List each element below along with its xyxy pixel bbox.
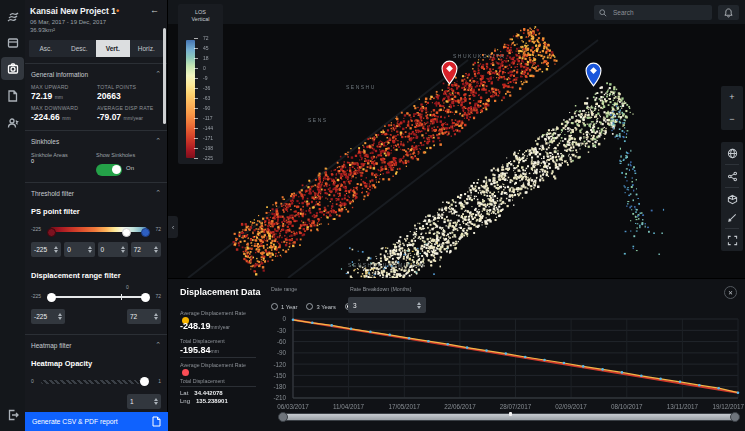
range-handle-max[interactable] xyxy=(141,293,150,302)
chevron-up-icon[interactable]: ⌃ xyxy=(155,137,161,145)
search-input[interactable] xyxy=(611,8,701,17)
displacement-chart[interactable]: 0-30-60-90-120-150-180-21006/03/201711/0… xyxy=(168,279,745,431)
satellite-view-icon[interactable] xyxy=(1,57,24,80)
search-icon xyxy=(599,9,607,17)
chevron-up-icon[interactable]: ⌃ xyxy=(155,189,161,197)
legend-tick: -63 xyxy=(203,96,213,101)
stepper-icon[interactable] xyxy=(121,246,125,253)
svg-text:-210: -210 xyxy=(273,394,286,401)
globe-icon[interactable] xyxy=(721,142,743,164)
map-place-label: SENSHUKUKOMINAMI xyxy=(348,262,425,268)
time-slider-handle-left[interactable] xyxy=(278,412,288,422)
slider-min-label: -225 xyxy=(31,226,41,232)
legend-tick: -198 xyxy=(203,146,213,151)
legend-tick: 18 xyxy=(203,56,213,61)
svg-text:06/03/2017: 06/03/2017 xyxy=(277,403,309,410)
opacity-slider-track[interactable] xyxy=(41,380,147,384)
ps-slider-handle-min[interactable] xyxy=(47,228,56,237)
share-icon[interactable] xyxy=(721,165,743,187)
zoom-tools: + − xyxy=(721,86,743,130)
threshold-input-2[interactable]: 0 xyxy=(64,242,94,257)
map-pin-red[interactable] xyxy=(441,60,458,85)
modified-dot: • xyxy=(116,6,119,16)
legend-tick: -117 xyxy=(203,116,213,121)
general-stats: MAX UPWARD72.19 mm TOTAL POINTS20663 MAX… xyxy=(25,80,167,124)
stepper-icon[interactable] xyxy=(88,246,92,253)
heatmap-opacity-title: Heatmap Opacity xyxy=(25,351,167,368)
project-date-range: 06 Mar, 2017 - 19 Dec, 2017 xyxy=(25,16,167,25)
threshold-input-3[interactable]: 0 xyxy=(98,242,128,257)
time-slider-handle-right[interactable] xyxy=(730,412,740,422)
stepper-icon[interactable] xyxy=(54,246,58,253)
tab-desc[interactable]: Desc. xyxy=(63,40,97,57)
stepper-icon[interactable] xyxy=(154,246,158,253)
generate-report-button[interactable]: Generate CSV & PDF report xyxy=(25,412,168,431)
map-place-label: SENSHU xyxy=(346,84,376,90)
show-sinkholes-toggle[interactable] xyxy=(96,164,122,176)
range-handle-min[interactable] xyxy=(47,293,56,302)
project-area: 36.93km² xyxy=(25,25,167,33)
chevron-up-icon[interactable]: ⌃ xyxy=(155,70,161,78)
stat-label: TOTAL POINTS xyxy=(97,84,161,90)
nav-rail xyxy=(0,0,25,431)
logout-icon[interactable] xyxy=(1,403,24,426)
map-place-label: SENS xyxy=(308,117,328,123)
tab-asc[interactable]: Asc. xyxy=(29,40,63,57)
svg-text:19/12/2017: 19/12/2017 xyxy=(712,403,744,410)
chevron-up-icon[interactable]: ⌃ xyxy=(155,341,161,349)
range-slider-track[interactable] xyxy=(50,296,147,298)
section-label: Heatmap filter xyxy=(31,342,71,349)
time-range-slider[interactable] xyxy=(278,412,740,422)
tab-horiz[interactable]: Horiz. xyxy=(130,40,164,57)
slider-min-label: 0 xyxy=(31,378,34,384)
section-general-information[interactable]: General information ⌃ xyxy=(25,64,167,80)
threshold-input-1[interactable]: -225 xyxy=(31,242,61,257)
ps-slider-track[interactable] xyxy=(50,227,147,232)
legend-tick: -171 xyxy=(203,136,213,141)
zoom-out-button[interactable]: − xyxy=(721,108,743,130)
notifications-button[interactable] xyxy=(718,5,739,20)
svg-text:-60: -60 xyxy=(277,338,287,345)
stepper-icon[interactable] xyxy=(154,398,158,405)
svg-text:0: 0 xyxy=(282,315,286,322)
back-arrow-icon[interactable]: ← xyxy=(150,5,159,15)
projects-icon[interactable] xyxy=(1,31,24,54)
range-input-min[interactable]: -225 xyxy=(31,309,65,324)
stat-value: -79.07 mm/year xyxy=(97,112,161,122)
opacity-handle[interactable] xyxy=(140,377,149,386)
section-sinkholes[interactable]: Sinkholes ⌃ xyxy=(25,131,167,147)
panel-scrollbar[interactable] xyxy=(163,28,166,124)
map-pin-blue[interactable] xyxy=(585,62,602,87)
logo-waves-icon[interactable] xyxy=(1,5,24,28)
document-icon[interactable] xyxy=(1,84,24,107)
app-window: Kansai New Project 1• ← 06 Mar, 2017 - 1… xyxy=(0,0,745,431)
stat-label: MAX UPWARD xyxy=(31,84,95,90)
zoom-in-button[interactable]: + xyxy=(721,86,743,108)
legend-tick: -9 xyxy=(203,76,213,81)
measure-pencil-icon[interactable] xyxy=(721,206,743,228)
section-label: Threshold filter xyxy=(31,190,74,197)
ps-point-filter-title: PS point filter xyxy=(25,199,167,216)
users-icon[interactable] xyxy=(1,111,24,134)
tab-vert[interactable]: Vert. xyxy=(96,40,130,57)
opacity-input[interactable]: 1 xyxy=(127,394,161,409)
slider-zero-label: 0 xyxy=(126,284,129,290)
project-sidebar: Kansai New Project 1• ← 06 Mar, 2017 - 1… xyxy=(25,0,168,431)
toggle-state-label: On xyxy=(126,165,134,171)
section-threshold-filter[interactable]: Threshold filter ⌃ xyxy=(25,183,167,199)
map-viewport[interactable]: SHUKUKOKITA SENSHU SENS SENSHUKUKOMINAMI… xyxy=(168,0,745,278)
stepper-icon[interactable] xyxy=(154,313,158,320)
range-input-max[interactable]: 72 xyxy=(127,309,161,324)
sidebar-collapse-button[interactable]: ‹ xyxy=(168,216,178,238)
svg-text:22/06/2017: 22/06/2017 xyxy=(444,403,476,410)
threshold-input-4[interactable]: 72 xyxy=(131,242,161,257)
ps-slider-handle-max[interactable] xyxy=(141,228,150,237)
svg-text:08/10/2017: 08/10/2017 xyxy=(611,403,643,410)
ps-slider-handle-mid[interactable] xyxy=(122,228,131,237)
svg-text:-30: -30 xyxy=(277,327,287,334)
stepper-icon[interactable] xyxy=(58,313,62,320)
legend-title: LOSVertical xyxy=(178,4,223,23)
section-heatmap-filter[interactable]: Heatmap filter ⌃ xyxy=(25,335,167,351)
search-input-wrapper[interactable] xyxy=(594,5,712,20)
extent-frame-icon[interactable] xyxy=(721,229,743,251)
